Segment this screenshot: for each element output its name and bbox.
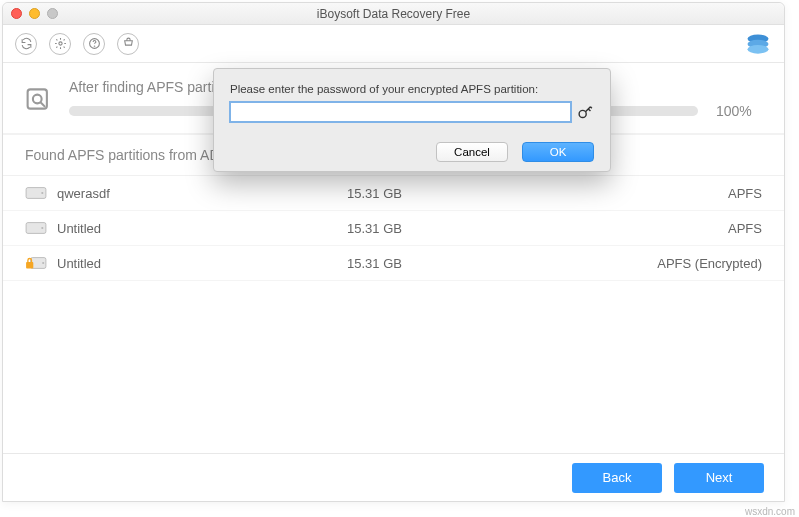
ok-button[interactable]: OK — [522, 142, 594, 162]
password-input[interactable] — [230, 102, 571, 122]
watermark-text: wsxdn.com — [745, 506, 795, 517]
password-dialog: Please enter the password of your encryp… — [213, 68, 611, 172]
cancel-button[interactable]: Cancel — [436, 142, 508, 162]
modal-overlay: Please enter the password of your encryp… — [3, 3, 784, 501]
dialog-message: Please enter the password of your encryp… — [230, 83, 594, 95]
svg-point-15 — [579, 110, 586, 117]
key-icon[interactable] — [577, 104, 594, 121]
main-window: iBoysoft Data Recovery Free After findin… — [2, 2, 785, 502]
